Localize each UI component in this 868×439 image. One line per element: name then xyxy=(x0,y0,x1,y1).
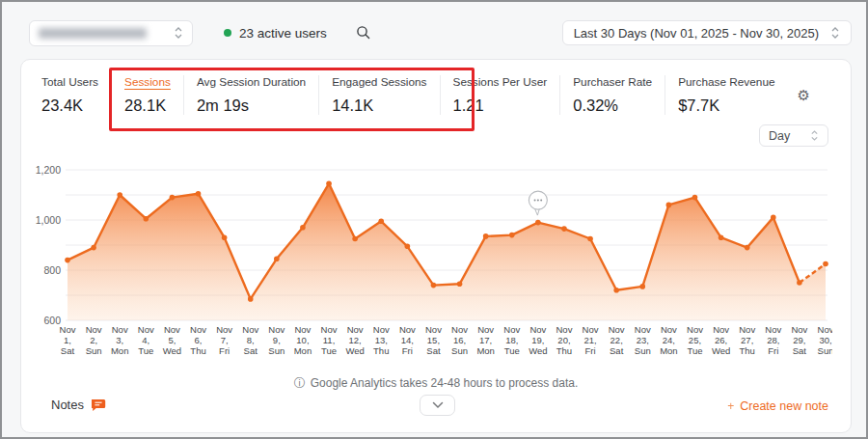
svg-text:Nov: Nov xyxy=(425,324,442,335)
svg-text:Sun: Sun xyxy=(268,345,285,356)
notes-section-header: Notes xyxy=(51,398,106,412)
svg-text:Tue: Tue xyxy=(687,345,702,356)
svg-text:Nov: Nov xyxy=(321,324,338,335)
svg-text:Nov: Nov xyxy=(818,324,832,335)
svg-text:Nov: Nov xyxy=(739,324,755,335)
svg-text:Nov: Nov xyxy=(86,324,102,335)
metric-purchase-revenue[interactable]: Purchase Revenue $7.7K xyxy=(665,75,787,115)
sessions-chart: 6008001,0001,200Nov1,SatNov2,SunNov3,Mon… xyxy=(32,161,832,366)
svg-text:7,: 7, xyxy=(221,335,229,345)
metrics-row: Total Users 23.4K Sessions 28.1K Avg Ses… xyxy=(41,75,810,115)
svg-text:9,: 9, xyxy=(273,335,281,345)
svg-text:Nov: Nov xyxy=(347,324,364,335)
svg-text:Fri: Fri xyxy=(768,345,778,356)
svg-text:Nov: Nov xyxy=(609,324,625,335)
svg-text:Sun: Sun xyxy=(451,345,468,356)
svg-text:Nov: Nov xyxy=(713,324,729,335)
svg-text:Nov: Nov xyxy=(451,324,468,335)
svg-text:Nov: Nov xyxy=(268,324,285,335)
note-bubble-icon xyxy=(92,398,106,412)
svg-text:26,: 26, xyxy=(715,335,727,345)
chevron-updown-icon xyxy=(830,26,840,40)
chevron-down-icon xyxy=(432,401,444,409)
metric-sessions-per-user[interactable]: Sessions Per User 1.21 xyxy=(440,75,560,115)
svg-text:Nov: Nov xyxy=(635,324,651,335)
date-range-selector[interactable]: Last 30 Days (Nov 01, 2025 - Nov 30, 202… xyxy=(562,20,852,45)
svg-text:Nov: Nov xyxy=(373,324,390,335)
search-icon[interactable] xyxy=(356,25,371,41)
svg-text:Nov: Nov xyxy=(216,324,232,335)
svg-text:Nov: Nov xyxy=(583,324,599,335)
svg-text:18,: 18, xyxy=(505,335,518,345)
active-users-indicator: 23 active users xyxy=(224,26,327,41)
svg-text:6,: 6, xyxy=(195,335,203,345)
create-note-label: Create new note xyxy=(740,399,828,413)
collapse-chart-button[interactable] xyxy=(420,395,455,416)
date-range-label: Last 30 Days (Nov 01, 2025 - Nov 30, 202… xyxy=(574,26,819,41)
svg-text:Tue: Tue xyxy=(321,345,337,356)
svg-text:14,: 14, xyxy=(401,335,414,345)
svg-text:1,: 1, xyxy=(64,335,71,345)
svg-text:3,: 3, xyxy=(116,335,123,345)
svg-text:Sun: Sun xyxy=(635,345,651,356)
svg-text:Wed: Wed xyxy=(345,345,364,356)
info-icon: ⓘ xyxy=(294,376,306,390)
svg-text:Tue: Tue xyxy=(138,345,153,356)
svg-text:Wed: Wed xyxy=(529,345,547,356)
processing-info: ⓘGoogle Analytics takes 24-48 hours to p… xyxy=(21,375,851,392)
create-note-button[interactable]: + Create new note xyxy=(727,399,828,413)
plus-icon: + xyxy=(727,399,734,413)
svg-text:27,: 27, xyxy=(741,335,753,345)
svg-text:Nov: Nov xyxy=(164,324,180,335)
svg-text:24,: 24, xyxy=(663,335,675,345)
svg-text:Nov: Nov xyxy=(791,324,807,335)
svg-text:Nov: Nov xyxy=(112,324,128,335)
svg-text:Nov: Nov xyxy=(556,324,573,335)
metric-total-users[interactable]: Total Users 23.4K xyxy=(41,75,111,115)
metric-sessions[interactable]: Sessions 28.1K xyxy=(111,75,183,115)
metric-avg-session-duration[interactable]: Avg Session Duration 2m 19s xyxy=(183,75,318,115)
svg-text:Sat: Sat xyxy=(426,345,441,356)
svg-text:Thu: Thu xyxy=(556,345,572,356)
svg-text:Sat: Sat xyxy=(610,345,624,356)
svg-text:20,: 20, xyxy=(557,335,570,345)
svg-text:21,: 21, xyxy=(583,335,596,345)
svg-text:800: 800 xyxy=(43,264,61,276)
svg-text:13,: 13, xyxy=(375,335,388,345)
svg-text:25,: 25, xyxy=(689,335,701,345)
app-window: 23 active users Last 30 Days (Nov 01, 20… xyxy=(0,0,868,439)
svg-text:22,: 22, xyxy=(610,335,623,345)
metric-engaged-sessions[interactable]: Engaged Sessions 14.1K xyxy=(318,75,439,115)
svg-text:Thu: Thu xyxy=(190,345,205,356)
site-selector[interactable] xyxy=(29,20,193,46)
notes-label: Notes xyxy=(51,398,84,412)
svg-text:Nov: Nov xyxy=(60,324,76,335)
metric-purchaser-rate[interactable]: Purchaser Rate 0.32% xyxy=(559,75,665,115)
chevron-updown-icon xyxy=(174,26,183,40)
chevron-updown-icon xyxy=(810,129,819,142)
svg-text:Wed: Wed xyxy=(712,345,730,356)
svg-text:Tue: Tue xyxy=(504,345,520,356)
svg-text:600: 600 xyxy=(43,315,61,326)
svg-text:Sun: Sun xyxy=(86,345,102,356)
svg-text:30,: 30, xyxy=(819,335,831,345)
svg-text:Nov: Nov xyxy=(138,324,154,335)
processing-info-text: Google Analytics takes 24-48 hours to pr… xyxy=(311,376,579,390)
svg-text:19,: 19, xyxy=(531,335,544,345)
svg-text:Nov: Nov xyxy=(687,324,703,335)
gear-icon[interactable]: ⚙ xyxy=(798,88,810,102)
svg-text:Nov: Nov xyxy=(661,324,677,335)
active-status-dot xyxy=(224,29,231,37)
svg-text:Mon: Mon xyxy=(294,345,312,356)
analytics-card: Total Users 23.4K Sessions 28.1K Avg Ses… xyxy=(20,59,852,433)
svg-text:Mon: Mon xyxy=(476,345,494,356)
note-marker[interactable] xyxy=(529,191,547,215)
svg-text:Fri: Fri xyxy=(585,345,596,356)
granularity-selector[interactable]: Day xyxy=(759,124,828,147)
svg-text:Sun: Sun xyxy=(818,345,832,356)
svg-text:Mon: Mon xyxy=(660,345,677,356)
svg-text:12,: 12, xyxy=(349,335,362,345)
svg-text:Sat: Sat xyxy=(244,345,258,356)
svg-text:Mon: Mon xyxy=(111,345,128,356)
svg-text:Nov: Nov xyxy=(477,324,494,335)
